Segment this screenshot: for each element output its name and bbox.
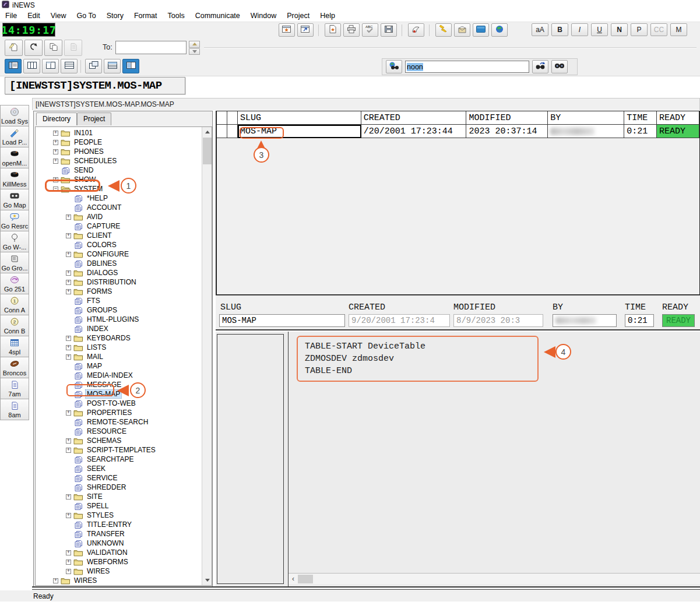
tree-item-system[interactable]: −SYSTEM [36,184,212,194]
cell-ready[interactable]: READY [657,125,699,138]
sidebar-button-load-sys[interactable]: Load Sys [0,105,29,126]
tab-project[interactable]: Project [77,112,111,125]
menu-edit[interactable]: Edit [22,10,45,21]
tree-item-unknown[interactable]: UNKNOWN [36,539,212,548]
format-button-p[interactable]: P [631,23,648,36]
menu-window[interactable]: Window [245,10,282,21]
window-arrow-button[interactable] [297,23,314,37]
expander-plus-icon[interactable]: + [66,569,71,574]
search-input[interactable]: noon [405,61,529,73]
window-star-button[interactable] [279,23,295,37]
tree-item-index[interactable]: INDEX [36,324,212,333]
column-header-slug[interactable]: SLUG [238,111,361,125]
sidebar-button-8am[interactable]: 8am [0,399,29,420]
queue-row-mos-map[interactable]: MOS-MAP /20/2001 17:23:44 2023 20:37:14 … [217,125,699,138]
form-time-input[interactable]: 0:21 [625,314,654,327]
printer-button[interactable] [343,23,360,37]
format-button-i[interactable]: I [571,23,588,36]
menu-communicate[interactable]: Communicate [190,10,245,21]
tree-item-forms[interactable]: +FORMS [36,287,212,296]
tree-item-html-plugins[interactable]: HTML-PLUGINS [36,315,212,324]
find-next-button[interactable] [532,60,548,73]
expander-plus-icon[interactable]: + [66,336,71,341]
expander-plus-icon[interactable]: + [66,560,71,565]
expander-plus-icon[interactable]: + [66,448,71,453]
tree-item-media-index[interactable]: MEDIA-INDEX [36,371,212,380]
expander-plus-icon[interactable]: + [53,578,58,583]
layout-columns-button[interactable] [23,59,40,73]
scroll-left-icon[interactable]: ‹ [289,575,298,583]
tree-item-properties[interactable]: +PROPERTIES [36,408,212,417]
sidebar-button-broncos[interactable]: Broncos [0,357,29,378]
tree-item-client[interactable]: +CLIENT [36,231,212,240]
expander-plus-icon[interactable]: + [53,149,58,154]
tree-item-distribution[interactable]: +DISTRIBUTION [36,277,212,287]
tree-item-wires[interactable]: +WIRES [36,567,212,576]
sidebar-button-conn-b[interactable]: 2Conn B [0,315,29,336]
expander-plus-icon[interactable]: + [66,513,71,518]
tree-item-avid[interactable]: +AVID [36,212,212,221]
tree-item-send[interactable]: SEND [36,166,212,175]
layout-two-pane-button[interactable] [122,59,139,73]
mail-seal-button[interactable] [408,23,424,37]
tree-item-spell[interactable]: SPELL [36,501,212,511]
tree-item-schedules[interactable]: +SCHEDULES [36,156,212,166]
tree-item-shredder[interactable]: SHREDDER [36,483,212,492]
tree-item-in101[interactable]: +IN101 [36,128,212,138]
expander-minus-icon[interactable]: − [53,187,58,192]
form-ready-button[interactable]: READY [662,314,695,327]
tree-item-map[interactable]: MAP [36,361,212,371]
layout-cascade-button[interactable] [85,59,102,73]
find-button[interactable] [551,60,568,73]
menu-format[interactable]: Format [129,10,163,21]
menu-project[interactable]: Project [282,10,315,21]
tree-item-title-entry[interactable]: TITLE-ENTRY [36,520,212,529]
menu-go-to[interactable]: Go To [72,10,101,21]
sidebar-button-4spl[interactable]: 4spl [0,336,29,357]
sidebar-button-go-gro-[interactable]: Go Gro... [0,252,29,273]
new-page-button[interactable] [5,40,23,56]
tree-item-colors[interactable]: COLORS [36,240,212,249]
sidebar-button-go-map[interactable]: Go Map [0,189,29,210]
envelope-button[interactable] [454,23,470,37]
tree-item-schemas[interactable]: +SCHEMAS [36,436,212,445]
tree-item-dialogs[interactable]: +DIALOGS [36,268,212,277]
row-selector-cell[interactable] [217,125,227,138]
expander-plus-icon[interactable]: + [53,131,58,136]
sidebar-button-go-w-[interactable]: Go W-... [0,231,29,252]
expander-plus-icon[interactable]: + [66,438,71,444]
scroll-down-icon[interactable] [202,575,212,585]
page-star-button[interactable] [325,23,341,37]
cell-time[interactable]: 0:21 [624,125,657,138]
expander-plus-icon[interactable]: + [66,270,71,276]
spin-down-icon[interactable] [189,48,200,55]
layout-split-v-button[interactable] [42,59,59,73]
menu-story[interactable]: Story [101,10,129,21]
save-button[interactable] [381,23,397,37]
hscrollbar-thumb[interactable] [298,575,313,583]
menu-tools[interactable]: Tools [162,10,189,21]
expander-plus-icon[interactable]: + [66,289,71,294]
expander-plus-icon[interactable]: + [66,345,71,350]
tree-item-configure[interactable]: +CONFIGURE [36,249,212,259]
tree-item-phones[interactable]: +PHONES [36,147,212,156]
tree-item-script-templates[interactable]: +SCRIPT-TEMPLATES [36,445,212,455]
tab-directory[interactable]: Directory [36,112,77,125]
to-input[interactable] [115,41,187,54]
tree-item-validation[interactable]: +VALIDATION [36,548,212,557]
column-header-created[interactable]: CREATED [361,111,467,125]
scroll-up-icon[interactable] [202,127,212,137]
cell-by[interactable] [548,125,624,138]
menu-view[interactable]: View [45,10,72,21]
cell-created[interactable]: /20/2001 17:23:44 [361,125,467,138]
tree-item--help[interactable]: *HELP [36,194,212,203]
tree-item-post-to-web[interactable]: POST-TO-WEB [36,399,212,408]
menu-file[interactable]: File [0,10,22,21]
tree-item-lists[interactable]: +LISTS [36,343,212,352]
expander-plus-icon[interactable]: + [53,159,58,164]
row-marker-cell[interactable] [227,125,238,138]
expander-plus-icon[interactable]: + [66,214,71,220]
story-text-block[interactable]: TABLE-START DeviceTable ZDMOSDEV zdmosde… [297,336,539,382]
tree-item-seek[interactable]: SEEK [36,464,212,473]
copy-pages-button[interactable] [44,40,62,56]
